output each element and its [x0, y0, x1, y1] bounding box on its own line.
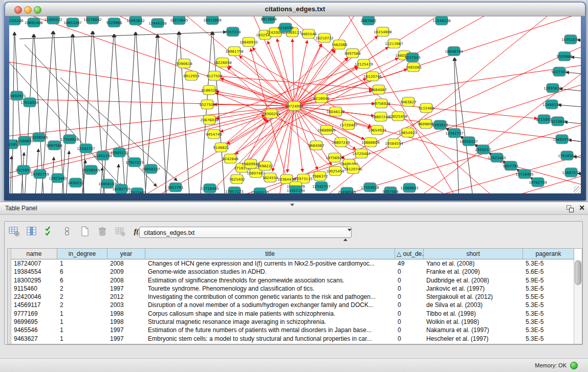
graph-node[interactable]: 8218596	[277, 23, 294, 32]
graph-node[interactable]: 19384554	[385, 139, 403, 148]
graph-node[interactable]: 7485083	[405, 62, 421, 72]
graph-node[interactable]: 9227343	[551, 67, 567, 76]
graph-node[interactable]: 9227343	[404, 53, 420, 62]
graph-node[interactable]: 10025458	[326, 166, 344, 176]
table-row[interactable]: 1456911722003Disruption of a novel membe…	[11, 301, 574, 309]
graph-node[interactable]: 9329966	[556, 52, 573, 61]
graph-node[interactable]: 9465546	[300, 29, 317, 38]
close-panel-icon[interactable]: ✕	[579, 204, 585, 212]
graph-node[interactable]: 9242848	[222, 154, 238, 163]
graph-node[interactable]: 17016504	[558, 151, 576, 160]
graph-node[interactable]: 9146821	[213, 143, 229, 152]
graph-node[interactable]: 18807249	[372, 112, 390, 121]
graph-node[interactable]: 16210645	[170, 16, 188, 25]
table-row[interactable]: 1830029562008Estimation of significance …	[11, 276, 574, 285]
graph-node[interactable]: 18300295	[262, 109, 280, 118]
graph-node[interactable]: 15720407	[352, 149, 371, 158]
graph-node[interactable]: 15692971	[9, 91, 26, 100]
column-header-short[interactable]: short	[424, 249, 523, 259]
table-row[interactable]: 969969511998Structural magnetic resonanc…	[11, 318, 574, 326]
graph-node[interactable]: 15718485	[201, 184, 219, 193]
graph-node[interactable]: 9327508	[199, 100, 215, 109]
graph-node[interactable]: 17957223	[225, 187, 244, 193]
float-panel-icon[interactable]	[567, 205, 574, 212]
graph-node[interactable]: 15692971	[553, 135, 571, 144]
table-row[interactable]: 1938455462009Genome-wide association stu…	[11, 268, 574, 276]
column-header-in_degree[interactable]: in_degree	[57, 249, 107, 259]
graph-node[interactable]: 16961758	[225, 47, 244, 56]
column-header-out_de[interactable]: △ out_de...	[395, 249, 424, 259]
vertical-scrollbar[interactable]	[574, 259, 582, 344]
network-canvas[interactable]: 1832541916640910169617581822605891275088…	[9, 16, 581, 193]
graph-node[interactable]: 9463627	[400, 97, 416, 106]
graph-node[interactable]: 7986372	[312, 171, 328, 181]
graph-node[interactable]: 20206565	[338, 187, 356, 193]
graph-node[interactable]: 19756928	[372, 99, 390, 108]
graph-node[interactable]: 6216046	[313, 94, 330, 103]
graph-node[interactable]: 2887682	[360, 16, 376, 25]
graph-node[interactable]: 12125419	[355, 59, 373, 69]
graph-node[interactable]: 16648784	[445, 47, 463, 56]
scrollbar-thumb[interactable]	[575, 260, 581, 285]
graph-node[interactable]: 16155206	[9, 16, 24, 25]
show-columns-icon[interactable]	[26, 226, 38, 238]
graph-node[interactable]: 16640910	[239, 37, 258, 47]
graph-node[interactable]: 17359928	[361, 183, 379, 192]
graph-node[interactable]: 2450212	[475, 145, 491, 154]
graph-node[interactable]: 11667533	[562, 168, 580, 177]
graph-node[interactable]: 8454749	[206, 129, 222, 139]
graph-node[interactable]: 11568693	[400, 183, 419, 192]
splitter-collapse-icon[interactable]	[290, 204, 294, 206]
graph-node[interactable]: 17957223	[125, 158, 144, 167]
table-row[interactable]: 946362711997Embryonic stem cells: a mode…	[11, 335, 574, 343]
graph-node[interactable]: 9315951	[15, 165, 31, 174]
graph-node[interactable]: 16033809	[203, 16, 222, 25]
graph-node[interactable]: 11405572	[44, 16, 62, 24]
graph-node[interactable]: 9699695	[418, 119, 433, 128]
graph-node[interactable]: 7625402	[229, 174, 245, 184]
delete-trash-icon[interactable]	[97, 226, 109, 238]
graph-node[interactable]: 12342757	[312, 182, 331, 191]
graph-node[interactable]: 13505135	[251, 188, 269, 193]
graph-node[interactable]: 8912953	[183, 71, 199, 80]
graph-node[interactable]: 16210722	[315, 33, 334, 42]
window-titlebar[interactable]: citations_edges.txt	[5, 3, 585, 16]
select-checks-icon[interactable]	[44, 226, 56, 238]
table-row[interactable]: 2242004622012Investigating the contribut…	[11, 293, 574, 301]
graph-node[interactable]: 10653287	[63, 18, 82, 27]
graph-node[interactable]: 9115460	[418, 103, 434, 113]
table-row[interactable]: 911546021997Tourette syndrome. Phenomeno…	[11, 285, 574, 293]
graph-node[interactable]: 16154808	[374, 27, 392, 36]
graph-node[interactable]: 8186328	[201, 85, 217, 95]
graph-node[interactable]: 19756928	[325, 153, 344, 162]
table-row[interactable]: 977716911998Corpus callosum shape and si…	[11, 310, 574, 318]
graph-node[interactable]: 16782759	[529, 178, 547, 187]
graph-node[interactable]: 9857791	[503, 161, 518, 170]
row-height-icon[interactable]	[61, 226, 74, 238]
graph-node[interactable]: 8813604	[260, 16, 277, 24]
resize-grip-icon[interactable]	[574, 186, 580, 193]
graph-node[interactable]: 9390618	[176, 59, 192, 68]
graph-node[interactable]: 18807249	[332, 138, 350, 147]
graph-node[interactable]: 19654923	[399, 128, 417, 137]
graph-node[interactable]: 12093832	[126, 16, 145, 25]
graph-node[interactable]: 15720407	[339, 120, 358, 129]
graph-node[interactable]: 23676038	[200, 115, 219, 124]
column-header-title[interactable]: title	[145, 249, 395, 259]
graph-node[interactable]: 16958107	[460, 137, 478, 146]
graph-node[interactable]: 16782759	[31, 169, 49, 179]
table-row[interactable]: 946554611997Estimation of the future num…	[11, 326, 574, 334]
graph-node[interactable]: 12213967	[385, 39, 403, 48]
graph-node[interactable]: 9684067	[371, 85, 386, 94]
graph-node[interactable]: 6497568	[344, 49, 360, 58]
graph-node[interactable]: 2450212	[68, 178, 83, 187]
graph-node[interactable]: 12093832	[543, 83, 562, 93]
graph-node[interactable]: 12444158	[148, 18, 167, 28]
graph-node[interactable]: 8793919	[432, 120, 448, 129]
graph-node[interactable]: 9857791	[167, 183, 183, 192]
new-document-icon[interactable]	[79, 226, 92, 238]
graph-node[interactable]: 7462066	[331, 40, 347, 49]
column-header-year[interactable]: year	[107, 249, 145, 259]
graph-node[interactable]: 12342757	[445, 128, 464, 138]
column-header-pagerank[interactable]: pagerank	[523, 249, 574, 259]
